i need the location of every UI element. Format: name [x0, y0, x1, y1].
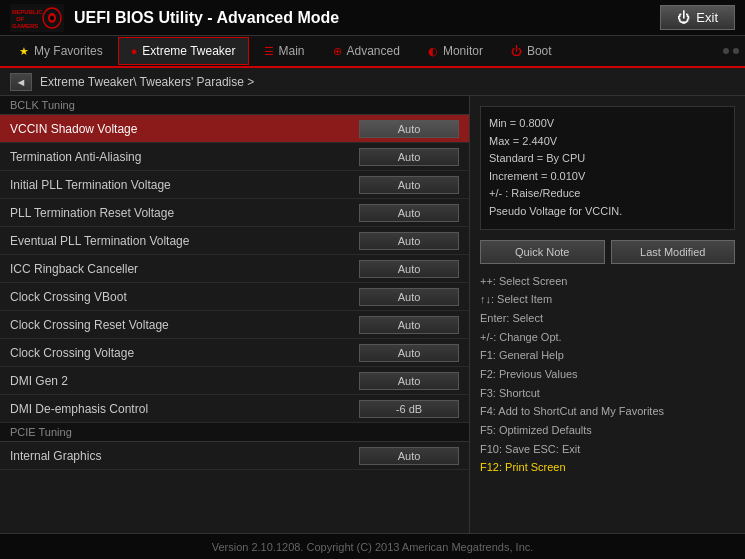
setting-row[interactable]: Clock Crossing VoltageAuto [0, 339, 469, 367]
setting-value: Auto [359, 288, 459, 306]
tab-advanced[interactable]: ⊕ Advanced [320, 37, 413, 65]
favorites-icon: ★ [19, 45, 29, 58]
setting-name: Initial PLL Termination Voltage [10, 178, 359, 192]
svg-point-6 [50, 15, 54, 20]
main-icon: ☰ [264, 45, 274, 58]
setting-value: Auto [359, 260, 459, 278]
tab-main[interactable]: ☰ Main [251, 37, 318, 65]
setting-row[interactable]: Clock Crossing VBootAuto [0, 283, 469, 311]
rog-logo-icon: REPUBLIC OF GAMERS [10, 4, 64, 32]
header: REPUBLIC OF GAMERS UEFI BIOS Utility - A… [0, 0, 745, 36]
section-label-pcie: PCIE Tuning [0, 423, 469, 442]
boot-icon: ⏻ [511, 45, 522, 57]
setting-row[interactable]: Eventual PLL Termination VoltageAuto [0, 227, 469, 255]
nav-extra-dots [723, 48, 739, 54]
setting-name: Termination Anti-Aliasing [10, 150, 359, 164]
last-modified-button[interactable]: Last Modified [611, 240, 736, 264]
tab-boot[interactable]: ⏻ Boot [498, 37, 565, 65]
rog-logo-area: REPUBLIC OF GAMERS [10, 4, 64, 32]
help-line: F10: Save ESC: Exit [480, 440, 735, 459]
quick-note-button[interactable]: Quick Note [480, 240, 605, 264]
help-box: ++: Select Screen↑↓: Select ItemEnter: S… [480, 272, 735, 478]
advanced-icon: ⊕ [333, 45, 342, 58]
back-button[interactable]: ◄ [10, 73, 32, 91]
info-standard: Standard = By CPU [489, 150, 726, 168]
tab-favorites[interactable]: ★ My Favorites [6, 37, 116, 65]
extreme-tweaker-icon: ● [131, 45, 138, 57]
info-min: Min = 0.800V [489, 115, 726, 133]
setting-row[interactable]: Internal GraphicsAuto [0, 442, 469, 470]
setting-value: Auto [359, 344, 459, 362]
setting-name: Clock Crossing Reset Voltage [10, 318, 359, 332]
setting-name: Clock Crossing VBoot [10, 290, 359, 304]
svg-text:GAMERS: GAMERS [12, 23, 38, 29]
tab-boot-label: Boot [527, 44, 552, 58]
setting-name: Eventual PLL Termination Voltage [10, 234, 359, 248]
help-line: F5: Optimized Defaults [480, 421, 735, 440]
svg-text:OF: OF [16, 16, 25, 22]
setting-value: Auto [359, 232, 459, 250]
main-content: BCLK TuningVCCIN Shadow VoltageAutoTermi… [0, 96, 745, 533]
setting-value: Auto [359, 372, 459, 390]
setting-name: DMI Gen 2 [10, 374, 359, 388]
info-box: Min = 0.800V Max = 2.440V Standard = By … [480, 106, 735, 230]
monitor-icon: ◐ [428, 45, 438, 58]
dot2 [733, 48, 739, 54]
setting-value: Auto [359, 447, 459, 465]
info-increment: Increment = 0.010V [489, 168, 726, 186]
breadcrumb: Extreme Tweaker\ Tweakers' Paradise > [40, 75, 254, 89]
section-label-bclk: BCLK Tuning [0, 96, 469, 115]
info-max: Max = 2.440V [489, 133, 726, 151]
right-panel: Min = 0.800V Max = 2.440V Standard = By … [470, 96, 745, 533]
setting-name: PLL Termination Reset Voltage [10, 206, 359, 220]
setting-row[interactable]: Termination Anti-AliasingAuto [0, 143, 469, 171]
setting-value: Auto [359, 316, 459, 334]
setting-value: Auto [359, 148, 459, 166]
action-buttons: Quick Note Last Modified [480, 240, 735, 264]
help-line: Enter: Select [480, 309, 735, 328]
setting-value: Auto [359, 120, 459, 138]
left-panel: BCLK TuningVCCIN Shadow VoltageAutoTermi… [0, 96, 470, 533]
exit-button[interactable]: ⏻ Exit [660, 5, 735, 30]
help-line: ↑↓: Select Item [480, 290, 735, 309]
info-adjust: +/- : Raise/Reduce [489, 185, 726, 203]
setting-name: DMI De-emphasis Control [10, 402, 359, 416]
setting-name: VCCIN Shadow Voltage [10, 122, 359, 136]
setting-value: Auto [359, 204, 459, 222]
exit-icon: ⏻ [677, 10, 690, 25]
help-line: ++: Select Screen [480, 272, 735, 291]
dot1 [723, 48, 729, 54]
setting-row[interactable]: PLL Termination Reset VoltageAuto [0, 199, 469, 227]
help-line: F4: Add to ShortCut and My Favorites [480, 402, 735, 421]
tab-extreme-tweaker-label: Extreme Tweaker [142, 44, 235, 58]
tab-main-label: Main [279, 44, 305, 58]
setting-row[interactable]: ICC Ringback CancellerAuto [0, 255, 469, 283]
setting-name: ICC Ringback Canceller [10, 262, 359, 276]
header-title: UEFI BIOS Utility - Advanced Mode [74, 9, 660, 27]
setting-row[interactable]: Clock Crossing Reset VoltageAuto [0, 311, 469, 339]
footer: Version 2.10.1208. Copyright (C) 2013 Am… [0, 533, 745, 559]
setting-row[interactable]: Initial PLL Termination VoltageAuto [0, 171, 469, 199]
help-line: F12: Print Screen [480, 458, 735, 477]
setting-row[interactable]: DMI Gen 2Auto [0, 367, 469, 395]
setting-row[interactable]: VCCIN Shadow VoltageAuto [0, 115, 469, 143]
tab-monitor[interactable]: ◐ Monitor [415, 37, 496, 65]
tab-monitor-label: Monitor [443, 44, 483, 58]
setting-value: Auto [359, 176, 459, 194]
nav-tabs: ★ My Favorites ● Extreme Tweaker ☰ Main … [0, 36, 745, 68]
help-line: F2: Previous Values [480, 365, 735, 384]
help-line: +/-: Change Opt. [480, 328, 735, 347]
setting-value: -6 dB [359, 400, 459, 418]
info-desc: Pseudo Voltage for VCCIN. [489, 203, 726, 221]
help-line: F3: Shortcut [480, 384, 735, 403]
tab-extreme-tweaker[interactable]: ● Extreme Tweaker [118, 37, 249, 65]
help-line: F1: General Help [480, 346, 735, 365]
setting-name: Clock Crossing Voltage [10, 346, 359, 360]
footer-text: Version 2.10.1208. Copyright (C) 2013 Am… [212, 541, 534, 553]
tab-favorites-label: My Favorites [34, 44, 103, 58]
setting-name: Internal Graphics [10, 449, 359, 463]
breadcrumb-bar: ◄ Extreme Tweaker\ Tweakers' Paradise > [0, 68, 745, 96]
setting-row[interactable]: DMI De-emphasis Control-6 dB [0, 395, 469, 423]
svg-text:REPUBLIC: REPUBLIC [12, 9, 43, 15]
tab-advanced-label: Advanced [347, 44, 400, 58]
